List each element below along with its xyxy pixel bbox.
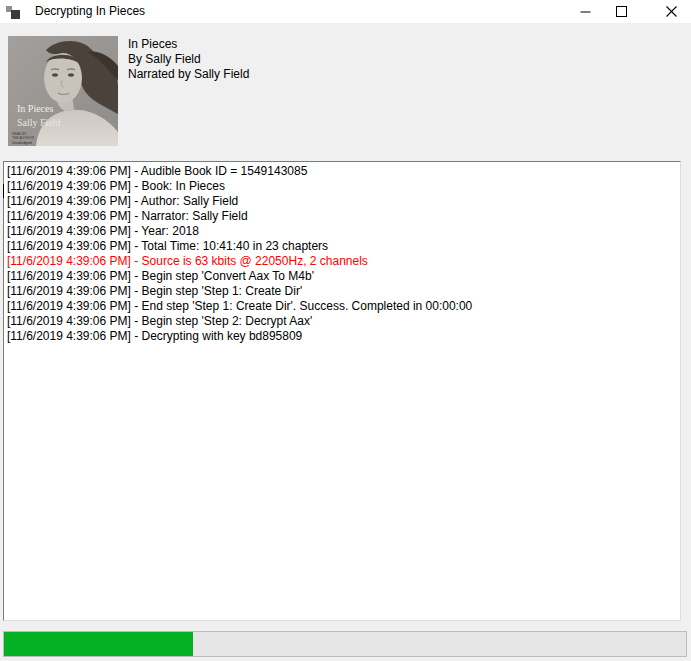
close-icon — [666, 6, 677, 17]
text-caret — [3, 184, 4, 198]
app-window: Decrypting In Pieces — [0, 0, 691, 661]
book-info: In Pieces By Sally Field Narrated by Sal… — [128, 37, 249, 82]
cover-author-text: Sally Field — [17, 117, 61, 128]
log-line: [11/6/2019 4:39:06 PM] - Book: In Pieces — [7, 179, 677, 194]
log-line: [11/6/2019 4:39:06 PM] - Begin step 'Ste… — [7, 284, 677, 299]
log-line: [11/6/2019 4:39:06 PM] - Author: Sally F… — [7, 194, 677, 209]
close-button[interactable] — [656, 0, 686, 23]
log-line: [11/6/2019 4:39:06 PM] - Begin step 'Con… — [7, 269, 677, 284]
book-narrator: Narrated by Sally Field — [128, 67, 249, 82]
book-title: In Pieces — [128, 37, 249, 52]
log-textbox[interactable]: [11/6/2019 4:39:06 PM] - Audible Book ID… — [3, 161, 681, 621]
log-line: [11/6/2019 4:39:06 PM] - Source is 63 kb… — [7, 254, 677, 269]
progress-fill — [4, 632, 193, 656]
log-line: [11/6/2019 4:39:06 PM] - Audible Book ID… — [7, 164, 677, 179]
cover-title-text: In Pieces — [17, 103, 53, 114]
book-cover-image: In Pieces Sally Field READ BY THE AUTHOR… — [8, 36, 118, 146]
log-line: [11/6/2019 4:39:06 PM] - Narrator: Sally… — [7, 209, 677, 224]
log-line: [11/6/2019 4:39:06 PM] - Decrypting with… — [7, 329, 677, 344]
log-line: [11/6/2019 4:39:06 PM] - Year: 2018 — [7, 224, 677, 239]
maximize-button[interactable] — [606, 0, 636, 23]
book-author: By Sally Field — [128, 52, 249, 67]
app-icon[interactable] — [6, 4, 21, 19]
log-line: [11/6/2019 4:39:06 PM] - Total Time: 10:… — [7, 239, 677, 254]
cover-edition-text: Unabridged — [12, 141, 32, 145]
window-title: Decrypting In Pieces — [35, 4, 145, 18]
minimize-icon — [580, 6, 591, 17]
log-line: [11/6/2019 4:39:06 PM] - End step 'Step … — [7, 299, 677, 314]
cover-readby-line2: THE AUTHOR — [12, 136, 34, 140]
maximize-icon — [616, 6, 627, 17]
titlebar[interactable]: Decrypting In Pieces — [0, 0, 691, 23]
log-line: [11/6/2019 4:39:06 PM] - Begin step 'Ste… — [7, 314, 677, 329]
minimize-button[interactable] — [570, 0, 600, 23]
progress-bar — [3, 631, 687, 657]
